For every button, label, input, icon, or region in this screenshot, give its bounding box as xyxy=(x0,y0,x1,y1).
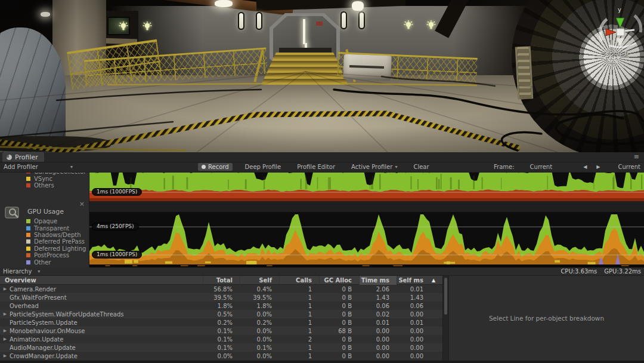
column-total[interactable]: Total xyxy=(203,276,240,285)
row-value: 0.02 xyxy=(359,311,397,318)
gizmo-perspective-label[interactable]: < Persp xyxy=(601,49,628,57)
hierarchy-mode-dropdown[interactable]: Hierarchy ▾ xyxy=(3,268,40,275)
legend-item[interactable]: PostProcess xyxy=(0,252,89,259)
window-menu-icon[interactable]: ≡ xyxy=(634,153,639,161)
legend-item[interactable]: Other xyxy=(0,259,89,265)
legend-color-chip xyxy=(26,219,30,223)
legend-color-chip xyxy=(26,247,30,251)
scrollbar-thumb[interactable] xyxy=(444,278,447,315)
row-value: 0.0% xyxy=(203,353,240,359)
prev-frame-button[interactable]: ◀ xyxy=(583,164,587,170)
gpu-time-stat: GPU:3.22ms xyxy=(604,268,641,275)
table-row[interactable]: Gfx.WaitForPresent39.5%39.5%10 B1.431.43 xyxy=(0,293,442,302)
table-row[interactable]: ParticleSystem.Update0.2%0.2%10 B0.010.0… xyxy=(0,318,442,327)
column-self[interactable]: Self xyxy=(240,276,279,285)
row-value: 0.0% xyxy=(240,311,279,318)
table-scrollbar[interactable] xyxy=(442,276,449,361)
unity-editor: y x < Persp Profiler ≡ Add Profiler ▾ Re… xyxy=(0,0,644,363)
legend-label: Others xyxy=(34,182,54,189)
cpu-usage-chart[interactable]: 1ms (1000FPS) xyxy=(89,173,644,201)
gpu-4ms-marker: 4ms (250FPS) xyxy=(92,223,139,230)
foldout-arrow-icon[interactable]: ▶ xyxy=(2,353,8,358)
table-row[interactable]: ▶CrowdManager.Update0.0%0.0%10 B0.000.00 xyxy=(0,352,442,360)
table-row[interactable]: Overhead1.8%1.8%10 B0.060.06 xyxy=(0,302,442,310)
column-self-ms[interactable]: Self ms xyxy=(397,276,431,285)
game-scene-view[interactable]: y x < Persp xyxy=(0,0,644,152)
chart-column: 1ms (1000FPS) 4ms (250FPS) 1ms (1000FPS) xyxy=(89,173,644,267)
gpu-usage-chart[interactable]: 4ms (250FPS) 1ms (1000FPS) xyxy=(89,212,644,267)
legend-label: PostProcess xyxy=(34,252,69,259)
light-gizmo-icon[interactable] xyxy=(119,21,128,35)
light-gizmo-icon[interactable] xyxy=(426,20,436,33)
detail-placeholder: Select Line for per-object breakdown xyxy=(449,315,644,322)
foldout-arrow-icon[interactable]: ▶ xyxy=(2,337,8,342)
row-value: 1.43 xyxy=(397,294,431,301)
charts-sidebar: GarbageCollectorVSyncOthers × GPU Usage … xyxy=(0,173,89,267)
table-row[interactable]: AudioManager.Update0.1%0.1%10 B0.000.00 xyxy=(0,343,442,352)
record-icon xyxy=(202,165,206,169)
gpu-panel-title: GPU Usage xyxy=(27,208,64,216)
scene-orientation-gizmo[interactable]: y x < Persp xyxy=(596,8,644,59)
scene-vignette xyxy=(0,0,644,152)
bottom-strip xyxy=(0,361,644,363)
frame-value: Current xyxy=(530,164,553,170)
clear-button[interactable]: Clear xyxy=(410,163,432,171)
detail-panel: Select Line for per-object breakdown xyxy=(449,276,644,361)
row-value: 0.00 xyxy=(359,353,397,359)
current-frame-button[interactable]: Current xyxy=(618,164,640,170)
record-button[interactable]: Record xyxy=(198,163,233,171)
add-profiler-dropdown[interactable]: Add Profiler ▾ xyxy=(4,164,73,170)
table-row[interactable]: ▶Monobehaviour.OnMouse_0.1%0.0%168 B0.00… xyxy=(0,327,442,335)
hierarchy-mode-label: Hierarchy xyxy=(3,268,32,275)
row-name: Gfx.WaitForPresent xyxy=(10,294,67,301)
active-profiler-label: Active Profiler xyxy=(351,164,392,170)
legend-item[interactable]: Deferred PrePass xyxy=(0,238,89,245)
legend-color-chip xyxy=(26,260,30,264)
row-value: 0.1% xyxy=(203,336,240,343)
row-value: 0.4% xyxy=(240,286,279,293)
column-overview[interactable]: Overview xyxy=(0,276,203,285)
legend-label: Opaque xyxy=(34,218,57,224)
column-calls[interactable]: Calls xyxy=(279,276,319,285)
table-row[interactable]: ▶Camera.Render56.8%0.4%10 B2.060.01 xyxy=(0,285,442,293)
legend-item[interactable]: Opaque xyxy=(0,218,89,224)
foldout-arrow-icon[interactable]: ▶ xyxy=(2,328,8,333)
record-label: Record xyxy=(208,164,229,170)
column-time-ms[interactable]: Time ms xyxy=(359,276,397,285)
row-name: CrowdManager.Update xyxy=(10,353,78,359)
legend-label: Other xyxy=(34,259,51,266)
row-value: 0.00 xyxy=(359,328,397,334)
row-name: Overhead xyxy=(10,303,39,309)
row-value: 1 xyxy=(279,319,319,326)
profiler-tab[interactable]: Profiler xyxy=(2,152,44,162)
legend-item[interactable]: Transparent xyxy=(0,224,89,231)
legend-item[interactable]: Shadows/Depth xyxy=(0,232,89,238)
row-value: 1 xyxy=(279,344,319,351)
legend-item[interactable]: Others xyxy=(0,182,89,189)
legend-item[interactable]: Deferred Lighting xyxy=(0,245,89,252)
row-value: 0.00 xyxy=(397,344,431,351)
row-value: 0.00 xyxy=(397,353,431,359)
foldout-arrow-icon[interactable]: ▶ xyxy=(2,312,8,316)
row-value: 0.06 xyxy=(397,303,431,309)
row-value: 0.01 xyxy=(397,286,431,293)
legend-color-chip xyxy=(26,233,30,237)
next-frame-button[interactable]: ▶ xyxy=(596,164,600,170)
column-gc-alloc[interactable]: GC Alloc xyxy=(319,276,359,285)
chevron-down-icon: ▾ xyxy=(395,164,397,170)
table-row[interactable]: ▶Animation.Update0.1%0.0%20 B0.000.00 xyxy=(0,335,442,343)
table-row[interactable]: ▶ParticleSystem.WaitForUpdateThreads0.5%… xyxy=(0,310,442,318)
legend-color-chip xyxy=(26,183,30,187)
gizmo-x-axis-label: x xyxy=(597,26,600,32)
row-value: 0.01 xyxy=(359,319,397,326)
deep-profile-button[interactable]: Deep Profile xyxy=(242,163,285,171)
legend-item[interactable]: VSync xyxy=(0,175,89,182)
foldout-arrow-icon[interactable]: ▶ xyxy=(2,287,8,291)
row-value: 0.0% xyxy=(240,353,279,359)
row-value: 0.5% xyxy=(203,311,240,318)
light-gizmo-icon[interactable] xyxy=(143,21,152,35)
row-value: 1.8% xyxy=(203,303,240,309)
profile-editor-button[interactable]: Profile Editor xyxy=(293,163,339,171)
light-gizmo-icon[interactable] xyxy=(404,20,413,33)
active-profiler-dropdown[interactable]: Active Profiler ▾ xyxy=(348,163,401,171)
